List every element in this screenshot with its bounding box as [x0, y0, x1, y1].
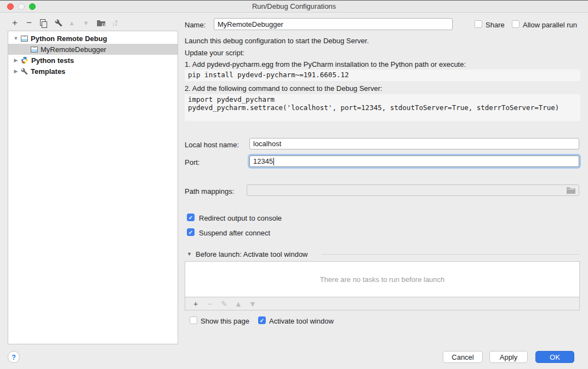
step2-text: 2. Add the following command to connect …: [185, 84, 383, 93]
name-label: Name:: [185, 21, 205, 29]
port-label: Port:: [185, 158, 199, 166]
step1-text: 1. Add pydevd-pycharm.egg from the PyCha…: [185, 60, 466, 68]
copy-configuration-button[interactable]: [36, 16, 50, 30]
edit-task-button[interactable]: ✎: [217, 298, 231, 310]
redirect-output-label: Redirect output to console: [199, 214, 282, 222]
section-separator: [322, 254, 579, 255]
before-launch-task-list[interactable]: There are no tasks to run before launch: [185, 261, 580, 297]
expand-arrow-icon[interactable]: ▶: [13, 68, 19, 74]
move-up-button[interactable]: ▲: [65, 16, 79, 30]
wrench-icon: [55, 19, 62, 27]
new-folder-button[interactable]: [93, 16, 107, 30]
settrace-code: import pydevd_pycharm pydevd_pycharm.set…: [185, 94, 580, 121]
share-checkbox[interactable]: [475, 20, 482, 28]
run-configuration-icon: →: [31, 47, 38, 53]
tree-item-python-remote-debug[interactable]: ▼ → Python Remote Debug: [8, 33, 178, 44]
tree-item-label: MyRemoteDebugger: [41, 45, 106, 54]
allow-parallel-run-label: Allow parallel run: [523, 21, 577, 29]
cancel-button[interactable]: Cancel: [443, 351, 483, 363]
run-configuration-icon: →: [21, 36, 28, 42]
tree-item-python-tests[interactable]: ▶ Python tests: [8, 55, 178, 66]
copy-icon: [40, 19, 47, 27]
redirect-output-checkbox[interactable]: ✓: [187, 214, 195, 221]
tree-item-templates[interactable]: ▶ Templates: [8, 66, 178, 77]
check-icon: ✓: [260, 318, 264, 324]
collapse-section-icon[interactable]: ▼: [187, 251, 192, 257]
expand-arrow-icon[interactable]: ▶: [13, 57, 19, 63]
share-label: Share: [486, 21, 505, 29]
allow-parallel-run-checkbox[interactable]: [512, 20, 520, 28]
remove-task-button[interactable]: −: [203, 298, 217, 310]
tree-item-myremotedebugger[interactable]: → MyRemoteDebugger: [8, 44, 178, 55]
path-mappings-label: Path mappings:: [185, 187, 234, 195]
move-task-down-button[interactable]: ▼: [246, 298, 260, 310]
intro-text: Launch this debug configuration to start…: [185, 37, 369, 45]
check-icon: ✓: [189, 229, 193, 235]
add-task-button[interactable]: +: [189, 298, 203, 310]
show-this-page-checkbox[interactable]: [190, 316, 197, 324]
window-title: Run/Debug Configurations: [0, 1, 588, 13]
settrace-code-line1: import pydevd_pycharm: [188, 95, 275, 103]
ok-button[interactable]: OK: [535, 351, 574, 363]
activate-tool-window-label: Activate tool window: [269, 317, 334, 325]
text-caret: [273, 158, 274, 165]
show-this-page-label: Show this page: [201, 317, 249, 325]
remove-configuration-button[interactable]: −: [22, 16, 36, 30]
edit-defaults-button[interactable]: [50, 16, 65, 30]
name-input[interactable]: [214, 18, 453, 30]
check-icon: ✓: [189, 215, 193, 221]
add-configuration-button[interactable]: +: [8, 16, 22, 30]
move-task-up-button[interactable]: ▲: [231, 298, 246, 310]
suspend-after-connect-checkbox[interactable]: ✓: [187, 228, 195, 236]
before-launch-title: Before launch: Activate tool window: [196, 250, 308, 258]
path-mappings-input[interactable]: [247, 184, 579, 196]
configurations-tree: ▼ → Python Remote Debug → MyRemoteDebugg…: [8, 31, 178, 344]
empty-tasks-text: There are no tasks to run before launch: [320, 275, 445, 284]
browse-folder-icon[interactable]: [567, 187, 575, 194]
apply-button[interactable]: Apply: [489, 351, 528, 363]
run-debug-configurations-dialog: Run/Debug Configurations + − ▲ ▼ ↓ az ▼ …: [0, 0, 588, 369]
move-down-button[interactable]: ▼: [79, 16, 93, 30]
local-host-name-label: Local host name:: [185, 141, 239, 149]
tree-item-label: Templates: [31, 67, 65, 76]
tree-item-label: Python tests: [31, 56, 74, 65]
settrace-code-line2: pydevd_pycharm.settrace('localhost', por…: [188, 103, 559, 112]
help-button[interactable]: ?: [8, 351, 20, 363]
sort-configurations-button[interactable]: ↓ az: [107, 16, 122, 30]
pip-install-code: pip install pydevd-pycharm~=191.6605.12: [185, 70, 580, 81]
activate-tool-window-checkbox[interactable]: ✓: [258, 316, 266, 324]
title-bar: Run/Debug Configurations: [0, 1, 588, 13]
help-icon: ?: [12, 353, 16, 361]
configurations-toolbar: + − ▲ ▼ ↓ az: [8, 16, 122, 30]
port-input[interactable]: [249, 155, 579, 167]
wrench-icon: [21, 68, 28, 75]
before-launch-toolbar: + − ✎ ▲ ▼: [185, 297, 580, 310]
tree-item-label: Python Remote Debug: [31, 34, 107, 43]
collapse-arrow-icon[interactable]: ▼: [13, 36, 19, 41]
python-tests-icon: [21, 56, 28, 64]
update-script-text: Update your script:: [185, 49, 244, 57]
suspend-after-connect-label: Suspend after connect: [199, 229, 270, 237]
folder-add-icon: [97, 20, 106, 27]
local-host-name-input[interactable]: [249, 138, 579, 149]
sort-az-icon: ↓ az: [112, 19, 117, 27]
